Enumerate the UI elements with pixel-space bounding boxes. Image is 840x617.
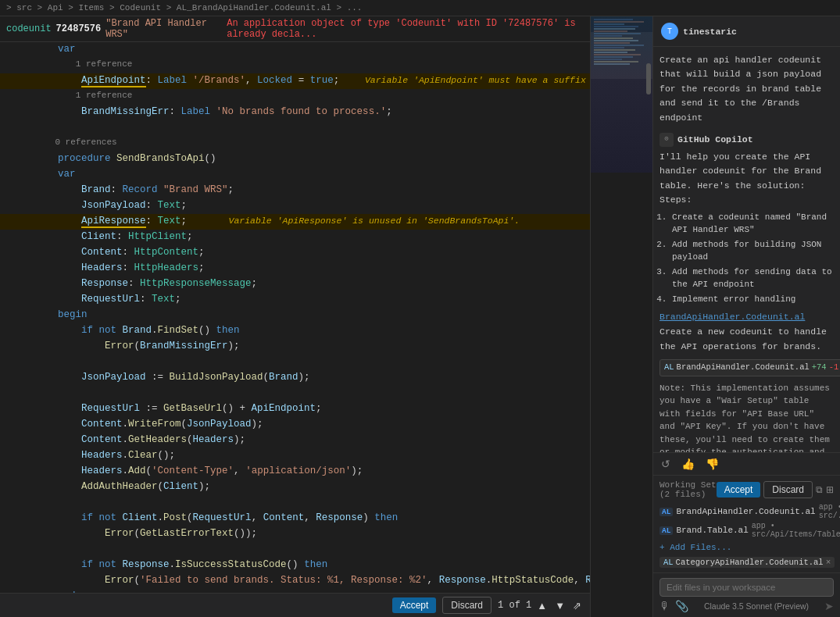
tag-al-badge: AL xyxy=(663,558,674,567)
working-set-header: Working Set (2 files) Accept Discard ⧉ ⊞ xyxy=(659,480,834,499)
file-badge[interactable]: AL BrandApiHandler.Codeunit.al +74 -1 xyxy=(659,359,840,376)
copilot-icon: ⊙ xyxy=(659,133,674,147)
file1-path: app • src/... xyxy=(819,503,840,520)
tag-name: CategoryApiHandler.Codeunit.al xyxy=(676,558,824,567)
code-line: Content.GetHeaders(Headers); xyxy=(0,433,590,448)
editor-panel: codeunit 72487576 "Brand API Handler WRS… xyxy=(0,16,590,617)
user-message-block: Create an api handler codeunit that will… xyxy=(659,53,834,125)
code-line: var xyxy=(0,167,590,183)
code-line: Client: HttpClient; xyxy=(0,230,590,245)
nav-down-button[interactable]: ▼ xyxy=(552,600,567,612)
code-line: Content: HttpContent; xyxy=(0,245,590,261)
copilot-response-block: ⊙ GitHub Copilot I'll help you create th… xyxy=(659,133,834,452)
note-text: Note: This implementation assumes you ha… xyxy=(659,382,834,452)
working-set-accept-button[interactable]: Accept xyxy=(717,482,761,498)
working-set-actions: Accept Discard ⧉ ⊞ xyxy=(717,481,834,498)
step-2: Add methods for building JSON payload xyxy=(672,238,834,264)
breadcrumb: > src > Api > Items > Codeunit > AL_Bran… xyxy=(0,0,840,16)
badge-al-label: AL xyxy=(664,362,674,374)
working-set-label: Working Set (2 files) xyxy=(659,480,717,499)
code-line: if not Brand.FindSet() then xyxy=(0,323,590,339)
code-line: BrandMissingErr: Label 'No brands found … xyxy=(0,105,590,120)
code-line-warning: ApiResponse: Text; Variable 'ApiResponse… xyxy=(0,214,590,230)
chat-input-area: 🎙 📎 Claude 3.5 Sonnet (Preview) ➤ xyxy=(653,572,840,617)
feedback-thumbsup-button[interactable]: 👍 xyxy=(680,456,696,472)
step-4: Implement error handling xyxy=(672,293,834,306)
feedback-row: ↺ 👍 👎 xyxy=(653,452,840,475)
chat-footer: 🎙 📎 Claude 3.5 Sonnet (Preview) ➤ xyxy=(659,600,834,612)
codeunit-name: "Brand API Handler WRS" xyxy=(105,18,209,40)
code-line: Content.WriteFrom(JsonPayload); xyxy=(0,417,590,433)
file2-name: Brand.Table.al xyxy=(676,526,748,535)
copilot-name: GitHub Copilot xyxy=(677,133,753,146)
code-line: 1 reference xyxy=(0,89,590,105)
chat-footer-buttons: 🎙 📎 xyxy=(659,600,688,612)
codeunit-keyword: codeunit xyxy=(6,23,52,34)
code-line: Error(GetLastErrorText()); xyxy=(0,526,590,542)
discard-button[interactable]: Discard xyxy=(442,597,491,614)
attach-button[interactable]: 📎 xyxy=(675,600,688,612)
chat-input-field[interactable] xyxy=(659,578,834,597)
working-set-discard-button[interactable]: Discard xyxy=(763,481,813,498)
user-message-header: T tinestaric xyxy=(653,16,840,47)
code-line: Brand: Record "Brand WRS"; xyxy=(0,183,590,198)
code-line: RequestUrl := GetBaseUrl() + ApiEndpoint… xyxy=(0,401,590,417)
code-line xyxy=(0,386,590,401)
code-line: AddAuthHeader(Client); xyxy=(0,480,590,495)
nav-up-button[interactable]: ▲ xyxy=(534,600,549,612)
add-files-link[interactable]: + Add Files... xyxy=(659,543,731,552)
add-files-row: + Add Files... AL CategoryApiHandler.Cod… xyxy=(659,543,834,568)
copilot-icon-row: ⊙ GitHub Copilot xyxy=(659,133,834,147)
model-selector-button[interactable]: Claude 3.5 Sonnet (Preview) xyxy=(704,601,809,611)
user-avatar: T xyxy=(661,23,678,40)
tag-close-button[interactable]: × xyxy=(826,558,831,567)
breadcrumb-text: > src > Api > Items > Codeunit > AL_Bran… xyxy=(6,3,362,12)
category-api-handler-tag: AL CategoryApiHandler.Codeunit.al × xyxy=(659,557,835,568)
code-line: 0 references xyxy=(0,136,590,152)
code-line: if not Response.IsSuccessStatusCode() th… xyxy=(0,558,590,573)
code-line xyxy=(0,355,590,370)
user-message-text: Create an api handler codeunit that will… xyxy=(659,53,834,125)
code-line xyxy=(0,120,590,136)
code-line: Response: HttpResponseMessage; xyxy=(0,276,590,292)
code-line: JsonPayload := BuildJsonPayload(Brand); xyxy=(0,370,590,386)
code-line: Error('Failed to send brands. Status: %1… xyxy=(0,573,590,589)
code-line xyxy=(0,495,590,511)
working-set-expand-button[interactable]: ⊞ xyxy=(826,484,834,495)
file1-name: BrandApiHandler.Codeunit.al xyxy=(676,507,815,516)
code-line: 1 reference xyxy=(0,58,590,73)
code-line: begin xyxy=(0,308,590,323)
file2-al-badge: AL xyxy=(659,526,673,535)
microphone-button[interactable]: 🎙 xyxy=(659,600,670,612)
code-line: Headers.Clear(); xyxy=(0,448,590,464)
page-info: 1 of 1 xyxy=(498,600,531,611)
file2-path: app • src/Api/Items/Table xyxy=(752,522,840,539)
code-editor[interactable]: var 1 reference ApiEndpoint: Label '/Bra… xyxy=(0,42,590,593)
code-line: Headers: HttpHeaders; xyxy=(0,261,590,276)
nav-link-button[interactable]: ⇗ xyxy=(570,600,584,612)
accept-button[interactable]: Accept xyxy=(392,597,437,613)
working-set-file-1[interactable]: AL BrandApiHandler.Codeunit.al app • src… xyxy=(659,502,834,521)
code-line: procedure SendBrandsToApi() xyxy=(0,152,590,167)
send-button[interactable]: ➤ xyxy=(824,600,834,612)
copilot-panel: T tinestaric Create an api handler codeu… xyxy=(652,16,840,617)
feedback-thumbsdown-button[interactable]: 👎 xyxy=(704,456,720,472)
code-line: if not Client.Post(RequestUrl, Content, … xyxy=(0,511,590,526)
badge-delta-minus: -1 xyxy=(829,362,839,374)
working-set-file-2[interactable]: AL Brand.Table.al app • src/Api/Items/Ta… xyxy=(659,521,834,540)
code-line: JsonPayload: Text; xyxy=(0,198,590,214)
copilot-messages[interactable]: Create an api handler codeunit that will… xyxy=(653,47,840,452)
code-line: RequestUrl: Text; xyxy=(0,292,590,308)
error-message: An application object of type 'Codeunit'… xyxy=(227,18,584,40)
code-line: Error(BrandMissingErr); xyxy=(0,339,590,355)
code-line-warning: ApiEndpoint: Label '/Brands', Locked = t… xyxy=(0,73,590,89)
feedback-refresh-button[interactable]: ↺ xyxy=(659,456,672,472)
code-line: var xyxy=(0,42,590,58)
file1-al-badge: AL xyxy=(659,508,673,516)
step-3: Add methods for sending data to the API … xyxy=(672,266,834,291)
badge-filename: BrandApiHandler.Codeunit.al xyxy=(677,362,810,374)
accept-discard-bar: Accept Discard 1 of 1 ▲ ▼ ⇗ xyxy=(0,593,590,617)
working-set-copy-button[interactable]: ⧉ xyxy=(816,484,823,495)
codeunit-link[interactable]: BrandApiHandler.Codeunit.al xyxy=(659,312,805,322)
badge-delta-plus: +74 xyxy=(812,362,827,374)
